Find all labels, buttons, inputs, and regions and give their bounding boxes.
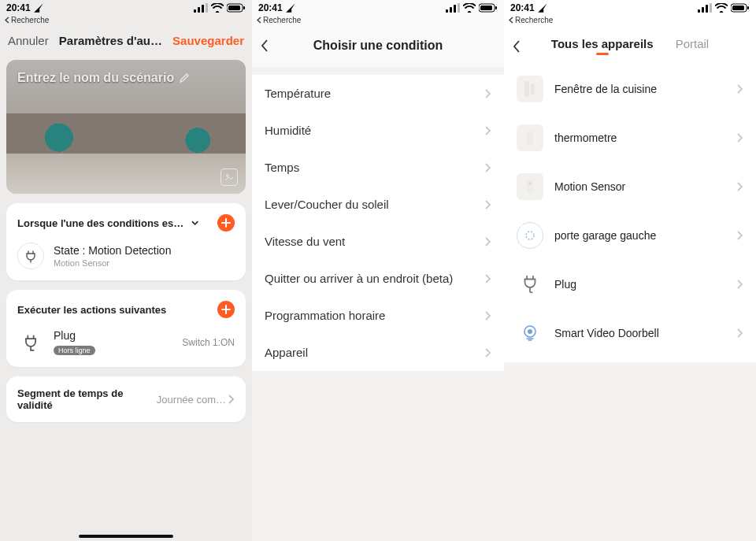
add-action-button[interactable]: [217, 301, 235, 318]
validity-segment-row[interactable]: Segment de temps de validité Journée com…: [6, 376, 246, 422]
breadcrumb-label: Recherche: [11, 16, 49, 24]
nav-header: Choisir une condition: [252, 28, 504, 67]
plus-icon: [221, 218, 231, 228]
doorbell-icon: [517, 320, 543, 346]
svg-rect-15: [698, 9, 700, 13]
device-row-plug[interactable]: Plug: [504, 260, 756, 309]
location-arrow-icon: [285, 2, 296, 13]
save-button[interactable]: Sauvegarder: [172, 34, 244, 47]
back-button[interactable]: [512, 39, 521, 54]
plug-icon: [517, 271, 543, 298]
cellular-icon: [194, 3, 208, 13]
status-time: 20:41: [510, 2, 535, 13]
condition-row-wind-speed[interactable]: Vitesse du vent: [252, 223, 504, 260]
wifi-icon: [715, 3, 728, 13]
chevron-right-icon: [736, 230, 743, 241]
chevron-right-icon: [736, 279, 743, 290]
scenario-cover-image[interactable]: Entrez le nom du scénario: [6, 60, 246, 194]
cancel-button[interactable]: Annuler: [8, 34, 49, 47]
device-label: Plug: [554, 278, 576, 291]
cellular-icon: [698, 3, 712, 13]
breadcrumb-label: Recherche: [263, 16, 301, 24]
chevron-left-icon: [512, 39, 521, 54]
svg-rect-17: [706, 5, 708, 13]
condition-list: Température Humidité Temps Lever/Coucher…: [252, 75, 504, 371]
condition-row-device[interactable]: Appareil: [252, 334, 504, 371]
device-label: porte garage gauche: [554, 229, 656, 242]
validity-label: Segment de temps de validité: [17, 387, 157, 411]
status-bar: 20:41: [252, 0, 504, 16]
condition-row-schedule[interactable]: Programmation horaire: [252, 297, 504, 334]
list-item-label: Lever/Coucher du soleil: [265, 198, 389, 211]
condition-row-sunrise-sunset[interactable]: Lever/Coucher du soleil: [252, 186, 504, 223]
svg-rect-22: [524, 81, 529, 97]
motion-sensor-icon: [517, 173, 543, 200]
conditions-header-label: Lorsque l'une des conditions est re…: [17, 217, 187, 229]
chevron-left-icon: [509, 17, 513, 24]
page-title: Choisir une condition: [313, 39, 443, 53]
condition-row-humidity[interactable]: Humidité: [252, 112, 504, 149]
condition-row-weather[interactable]: Temps: [252, 149, 504, 186]
thermometer-icon: [517, 124, 543, 151]
condition-item[interactable]: State : Motion Detection Motion Sensor: [17, 232, 235, 269]
home-indicator: [79, 535, 173, 538]
svg-rect-14: [495, 6, 497, 9]
device-row-window-sensor[interactable]: Fenêtre de la cuisine: [504, 65, 756, 113]
actions-header-label: Exécuter les actions suivantes: [17, 304, 166, 316]
chevron-right-icon: [484, 310, 491, 321]
svg-rect-16: [702, 7, 704, 13]
plug-icon: [17, 329, 44, 356]
cellular-icon: [446, 3, 460, 13]
condition-row-temperature[interactable]: Température: [252, 75, 504, 112]
chevron-right-icon: [484, 199, 491, 210]
breadcrumb[interactable]: Recherche: [0, 16, 252, 28]
svg-rect-21: [747, 6, 749, 9]
tab-portal[interactable]: Portail: [676, 37, 710, 55]
conditions-mode-selector[interactable]: Lorsque l'une des conditions est re…: [17, 217, 198, 229]
add-condition-button[interactable]: [217, 214, 235, 232]
status-bar: 20:41: [504, 0, 756, 16]
scenario-name-input[interactable]: Entrez le nom du scénario: [17, 71, 174, 85]
tab-all-devices[interactable]: Tous les appareils: [551, 37, 654, 55]
pencil-icon: [179, 72, 190, 83]
chevron-right-icon: [736, 83, 743, 94]
chevron-right-icon: [484, 125, 491, 136]
action-item[interactable]: Plug Hors ligne Switch 1:ON: [17, 318, 235, 356]
svg-rect-25: [527, 180, 533, 194]
window-sensor-icon: [517, 76, 543, 102]
screen-choose-condition: 20:41 Recherche Choisir une condition Te…: [252, 0, 504, 541]
status-bar: 20:41: [0, 0, 252, 16]
list-item-label: Temps: [265, 161, 299, 174]
svg-rect-2: [202, 5, 204, 13]
plug-icon: [17, 243, 44, 269]
list-item-label: Appareil: [265, 346, 308, 359]
device-row-thermometer[interactable]: thermometre: [504, 113, 756, 162]
condition-row-geofence[interactable]: Quitter ou arriver à un endroit (beta): [252, 260, 504, 297]
device-label: Smart Video Doorbell: [554, 327, 659, 339]
back-button[interactable]: [260, 39, 269, 53]
chevron-right-icon: [484, 347, 491, 358]
offline-badge: Hors ligne: [54, 346, 95, 355]
image-icon: [224, 172, 234, 182]
breadcrumb[interactable]: Recherche: [504, 16, 756, 28]
chevron-right-icon: [736, 328, 743, 339]
list-item-label: Vitesse du vent: [265, 235, 345, 248]
action-title: Plug: [54, 329, 95, 342]
chevron-right-icon: [484, 88, 491, 99]
svg-rect-5: [228, 6, 240, 10]
device-row-doorbell[interactable]: Smart Video Doorbell: [504, 309, 756, 358]
device-row-motion-sensor[interactable]: Motion Sensor: [504, 162, 756, 211]
svg-rect-20: [732, 6, 744, 10]
svg-rect-13: [480, 6, 492, 10]
device-row-garage-door[interactable]: porte garage gauche: [504, 211, 756, 260]
change-cover-button[interactable]: [220, 169, 238, 186]
breadcrumb[interactable]: Recherche: [252, 16, 504, 28]
screen-automation-settings: 20:41 Recherche Annuler Paramètres d'au……: [0, 0, 252, 541]
svg-rect-10: [454, 5, 456, 13]
svg-rect-3: [206, 3, 208, 13]
nav-header: Annuler Paramètres d'au… Sauvegarder: [0, 28, 252, 54]
device-label: Motion Sensor: [554, 180, 625, 193]
page-title: Paramètres d'au…: [59, 34, 162, 47]
status-time: 20:41: [6, 2, 31, 13]
chevron-left-icon: [5, 17, 9, 24]
